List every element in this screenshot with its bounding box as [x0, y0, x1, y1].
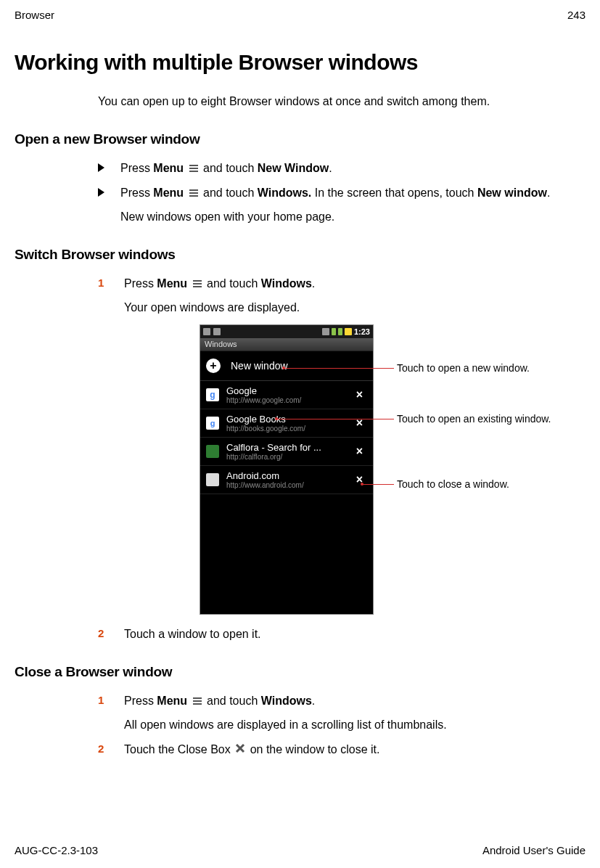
text: and touch — [203, 187, 258, 199]
screenshot-figure: 1:23 Windows + New window g Google http:… — [200, 324, 585, 615]
signal-icon — [338, 328, 342, 335]
sub-text: All open windows are displayed in a scro… — [124, 717, 447, 733]
list-item: 2 Touch a window to open it. — [98, 626, 585, 642]
text: on the window to close it. — [250, 743, 380, 756]
page-title: Working with multiple Browser windows — [15, 50, 585, 75]
new-window-label: New Window — [258, 162, 329, 174]
status-icon — [322, 328, 329, 335]
window-item[interactable]: g Google Books http://books.google.com/ … — [200, 409, 373, 438]
footer-right: Android User's Guide — [482, 844, 585, 856]
section-switch-heading: Switch Browser windows — [15, 247, 585, 263]
menu-icon — [189, 164, 199, 173]
svg-rect-5 — [189, 195, 198, 197]
page-header: Browser 243 — [15, 9, 585, 21]
text: Press — [120, 162, 153, 174]
step-number: 1 — [98, 694, 108, 733]
windows-label: Windows — [261, 277, 312, 290]
list-item: Press Menu and touch Windows. In the scr… — [98, 185, 585, 225]
section-close-heading: Close a Browser window — [15, 664, 585, 680]
list-item: 2 Touch the Close Box on the window to c… — [98, 742, 585, 758]
text: Touch the Close Box — [124, 743, 234, 756]
text: Press — [124, 695, 157, 707]
window-title: Android.com — [226, 470, 348, 481]
svg-rect-9 — [193, 697, 202, 699]
status-left-icons — [203, 328, 221, 335]
svg-rect-4 — [189, 192, 198, 194]
item-body: Press Menu and touch Windows. All open w… — [124, 693, 447, 733]
list-item: 1 Press Menu and touch Windows. All open… — [98, 693, 585, 733]
section-open-heading: Open a new Browser window — [15, 131, 585, 147]
svg-rect-3 — [189, 189, 198, 191]
close-icon[interactable]: × — [352, 445, 367, 458]
close-icon[interactable]: × — [352, 388, 367, 401]
text: . — [312, 695, 315, 707]
svg-rect-6 — [193, 280, 202, 282]
favicon-icon — [206, 445, 219, 458]
section-switch-list: 1 Press Menu and touch Windows. Your ope… — [98, 276, 585, 642]
page-footer: AUG-CC-2.3-103 Android User's Guide — [15, 844, 585, 856]
text: and touch — [207, 277, 261, 290]
svg-rect-0 — [189, 165, 198, 166]
svg-rect-11 — [193, 703, 202, 705]
list-item: Press Menu and touch New Window. — [98, 160, 585, 176]
window-item[interactable]: Android.com http://www.android.com/ × — [200, 466, 373, 494]
sub-text: Your open windows are displayed. — [124, 300, 315, 316]
list-item: 1 Press Menu and touch Windows. Your ope… — [98, 276, 585, 316]
text: . — [547, 187, 550, 199]
item-body: Press Menu and touch Windows. Your open … — [124, 276, 315, 316]
status-bar: 1:23 — [200, 325, 373, 338]
menu-label: Menu — [157, 277, 187, 290]
header-page-number: 243 — [567, 9, 585, 21]
sub-text: New windows open with your home page. — [120, 209, 550, 225]
window-url: http://books.google.com/ — [226, 425, 348, 433]
new-window-row[interactable]: + New window — [200, 351, 373, 381]
window-url: http://www.android.com/ — [226, 481, 348, 489]
signal-icon — [332, 328, 336, 335]
menu-icon — [192, 697, 202, 705]
window-text: Google http://www.google.com/ — [226, 385, 348, 404]
section-close-list: 1 Press Menu and touch Windows. All open… — [98, 693, 585, 758]
window-title: Calflora - Search for ... — [226, 442, 348, 453]
section-open-list: Press Menu and touch New Window. Press M… — [98, 160, 585, 225]
status-icon — [213, 328, 221, 335]
menu-label: Menu — [153, 162, 184, 174]
triangle-bullet-icon — [98, 163, 104, 172]
callout-line — [362, 484, 394, 485]
callout-line — [276, 419, 394, 419]
close-box-icon — [235, 742, 245, 758]
svg-rect-8 — [193, 286, 202, 287]
favicon-icon: g — [206, 388, 219, 401]
svg-rect-7 — [193, 283, 202, 284]
windows-screen-title: Windows — [200, 338, 373, 351]
window-title: Google — [226, 385, 348, 396]
triangle-bullet-icon — [98, 188, 104, 197]
text: Press — [124, 277, 157, 290]
favicon-icon — [206, 473, 219, 486]
status-icon — [203, 328, 210, 335]
svg-rect-2 — [189, 171, 198, 172]
footer-left: AUG-CC-2.3-103 — [15, 844, 98, 856]
item-body: Touch a window to open it. — [124, 626, 261, 642]
window-url: http://calflora.org/ — [226, 453, 348, 461]
clock: 1:23 — [354, 327, 370, 336]
menu-icon — [192, 279, 202, 288]
window-text: Calflora - Search for ... http://calflor… — [226, 442, 348, 461]
callout-text: Touch to close a window. — [397, 478, 509, 490]
plus-icon: + — [206, 359, 221, 373]
step-number: 1 — [98, 277, 108, 316]
item-body: Press Menu and touch New Window. — [120, 160, 332, 176]
window-text: Google Books http://books.google.com/ — [226, 414, 348, 433]
window-item[interactable]: Calflora - Search for ... http://calflor… — [200, 438, 373, 466]
step-number: 2 — [98, 627, 108, 642]
callout-text: Touch to open an existing window. — [397, 413, 551, 425]
favicon-icon: g — [206, 417, 219, 430]
text: and touch — [207, 695, 261, 707]
svg-rect-10 — [193, 700, 202, 702]
callout-text: Touch to open a new window. — [397, 362, 530, 374]
windows-label: Windows. — [258, 187, 312, 199]
menu-icon — [189, 189, 199, 197]
status-right-icons: 1:23 — [322, 327, 370, 336]
text: In the screen that opens, touch — [315, 187, 477, 199]
step-number: 2 — [98, 742, 108, 758]
window-item[interactable]: g Google http://www.google.com/ × — [200, 381, 373, 409]
